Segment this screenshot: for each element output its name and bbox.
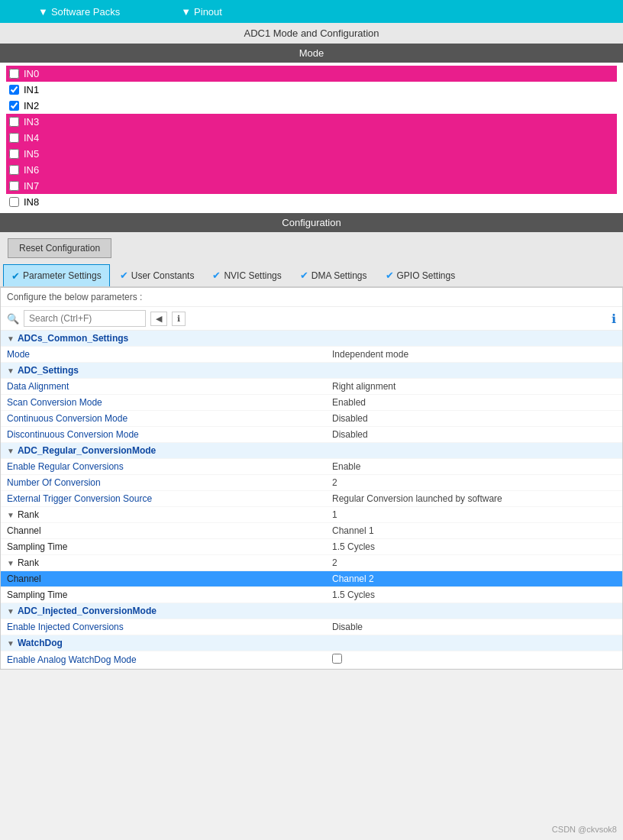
title-bar: ADC1 Mode and Configuration bbox=[0, 23, 623, 44]
tree-row: Data AlignmentRight alignment bbox=[1, 379, 622, 395]
mode-label-in4: IN4 bbox=[24, 132, 39, 144]
checkbox-in6[interactable] bbox=[9, 165, 19, 175]
tree-row: Sampling Time1.5 Cycles bbox=[1, 539, 622, 555]
mode-item-in2[interactable]: IN2 bbox=[6, 98, 617, 114]
page-title: ADC1 Mode and Configuration bbox=[244, 27, 379, 39]
tree-label-col: Number Of Conversion bbox=[1, 477, 332, 488]
tree-value-col: 1.5 Cycles bbox=[332, 541, 622, 552]
tab-check-icon: ✔ bbox=[386, 270, 394, 281]
tree-label-text: Channel bbox=[7, 573, 41, 584]
pinout-label: Pinout bbox=[194, 6, 222, 18]
chevron-icon[interactable]: ▼ bbox=[7, 447, 15, 455]
tree-label-text: Enable Analog WatchDog Mode bbox=[7, 654, 137, 665]
tree-label-col: Channel bbox=[1, 573, 332, 584]
tree-row: ▼Rank1 bbox=[1, 507, 622, 523]
mode-item-in0[interactable]: IN0 bbox=[6, 66, 617, 82]
mode-label-in6: IN6 bbox=[24, 164, 39, 176]
mode-item-in1[interactable]: IN1 bbox=[6, 82, 617, 98]
reset-config-button[interactable]: Reset Configuration bbox=[8, 238, 111, 258]
tab-gpio-settings[interactable]: ✔GPIO Settings bbox=[377, 264, 464, 286]
tree-row: Enable Injected ConversionsDisable bbox=[1, 619, 622, 635]
chevron-icon[interactable]: ▼ bbox=[7, 334, 15, 343]
tree-label-text: Rank bbox=[18, 557, 39, 568]
tab-nvic-settings[interactable]: ✔NVIC Settings bbox=[204, 264, 289, 286]
mode-item-in8[interactable]: IN8 bbox=[6, 194, 617, 210]
tab-label: User Constants bbox=[131, 270, 195, 281]
tab-user-constants[interactable]: ✔User Constants bbox=[111, 264, 203, 286]
mode-item-in5[interactable]: IN5 bbox=[6, 146, 617, 162]
tree-row: Scan Conversion ModeEnabled bbox=[1, 395, 622, 411]
search-bar: 🔍 ◀ ℹ ℹ bbox=[1, 307, 622, 331]
params-caption-text: Configure the below parameters : bbox=[7, 292, 142, 302]
tree-row: ▼Rank2 bbox=[1, 555, 622, 571]
next-search-button[interactable]: ℹ bbox=[172, 312, 186, 326]
tree-row: ▼WatchDog bbox=[1, 635, 622, 651]
tree-label-text: Mode bbox=[7, 349, 30, 360]
checkbox-in0[interactable] bbox=[9, 69, 19, 79]
tree-value-col: Enabled bbox=[332, 397, 622, 408]
checkbox-in1[interactable] bbox=[9, 85, 19, 95]
checkbox-in5[interactable] bbox=[9, 149, 19, 159]
pinout-nav[interactable]: ▼ Pinout bbox=[150, 6, 253, 18]
tab-check-icon: ✔ bbox=[11, 270, 20, 282]
mode-item-in3[interactable]: IN3 bbox=[6, 114, 617, 130]
tree-label-text: ADCs_Common_Settings bbox=[18, 333, 128, 344]
tab-label: GPIO Settings bbox=[397, 270, 456, 281]
prev-search-button[interactable]: ◀ bbox=[150, 312, 167, 326]
chevron-icon[interactable]: ▼ bbox=[7, 607, 15, 615]
reset-btn-area: Reset Configuration bbox=[0, 232, 623, 264]
checkbox-in7[interactable] bbox=[9, 181, 19, 191]
tree-value-col bbox=[332, 654, 622, 666]
mode-header: Mode bbox=[0, 44, 623, 63]
tab-check-icon: ✔ bbox=[212, 270, 221, 281]
tree-value-col: 2 bbox=[332, 477, 622, 488]
tree-value-col: Disabled bbox=[332, 429, 622, 440]
mode-item-in6[interactable]: IN6 bbox=[6, 162, 617, 178]
tree-label-text: Enable Regular Conversions bbox=[7, 461, 124, 472]
mode-item-in7[interactable]: IN7 bbox=[6, 178, 617, 194]
tree-row: Number Of Conversion2 bbox=[1, 475, 622, 491]
tree-row: Discontinuous Conversion ModeDisabled bbox=[1, 427, 622, 443]
chevron-icon[interactable]: ▼ bbox=[7, 559, 15, 567]
tree-value-col: 2 bbox=[332, 557, 622, 568]
tree-label-col: Continuous Conversion Mode bbox=[1, 413, 332, 424]
tree-label-col: Enable Analog WatchDog Mode bbox=[1, 654, 332, 665]
tree-label-text: WatchDog bbox=[18, 638, 63, 648]
top-nav: ▼ Software Packs ▼ Pinout bbox=[0, 0, 623, 23]
tree-label-col: Mode bbox=[1, 349, 332, 360]
chevron-icon[interactable]: ▼ bbox=[7, 511, 15, 519]
mode-label-in7: IN7 bbox=[24, 180, 39, 192]
tab-check-icon: ✔ bbox=[120, 270, 128, 281]
checkbox-in2[interactable] bbox=[9, 101, 19, 111]
tree-label-col: ▼ADCs_Common_Settings bbox=[1, 333, 332, 344]
tree-label-col: ▼Rank bbox=[1, 557, 332, 568]
checkbox-in3[interactable] bbox=[9, 117, 19, 127]
tree-row: ChannelChannel 1 bbox=[1, 523, 622, 539]
tree-row: ModeIndependent mode bbox=[1, 347, 622, 363]
search-input[interactable] bbox=[24, 310, 146, 327]
tree-row: External Trigger Conversion SourceRegula… bbox=[1, 491, 622, 507]
watchdog-checkbox[interactable] bbox=[332, 654, 342, 664]
mode-item-in4[interactable]: IN4 bbox=[6, 130, 617, 146]
tree-label-text: Scan Conversion Mode bbox=[7, 397, 102, 408]
chevron-icon[interactable]: ▼ bbox=[7, 367, 15, 375]
tab-dma-settings[interactable]: ✔DMA Settings bbox=[292, 264, 376, 286]
tree-value-col: Channel 1 bbox=[332, 525, 622, 536]
software-packs-nav[interactable]: ▼ Software Packs bbox=[8, 6, 150, 18]
chevron-icon[interactable]: ▼ bbox=[7, 639, 15, 648]
tree-label-text: Enable Injected Conversions bbox=[7, 622, 124, 632]
checkbox-in4[interactable] bbox=[9, 133, 19, 143]
tree-label-text: Rank bbox=[18, 509, 39, 520]
tree-label-col: ▼WatchDog bbox=[1, 638, 332, 648]
checkbox-in8[interactable] bbox=[9, 197, 19, 207]
tree-row: ▼ADCs_Common_Settings bbox=[1, 331, 622, 347]
tree-row[interactable]: ChannelChannel 2 bbox=[1, 571, 622, 587]
info-icon: ℹ bbox=[612, 312, 616, 326]
tree-row: ▼ADC_Regular_ConversionMode bbox=[1, 443, 622, 459]
tree-label-text: ADC_Regular_ConversionMode bbox=[18, 445, 156, 456]
tree-value-col: Channel 2 bbox=[332, 573, 622, 584]
tab-parameter-settings[interactable]: ✔Parameter Settings bbox=[3, 264, 110, 286]
mode-label-in8: IN8 bbox=[24, 196, 39, 208]
mode-label-in2: IN2 bbox=[24, 100, 39, 111]
tree-label-col: Sampling Time bbox=[1, 590, 332, 600]
